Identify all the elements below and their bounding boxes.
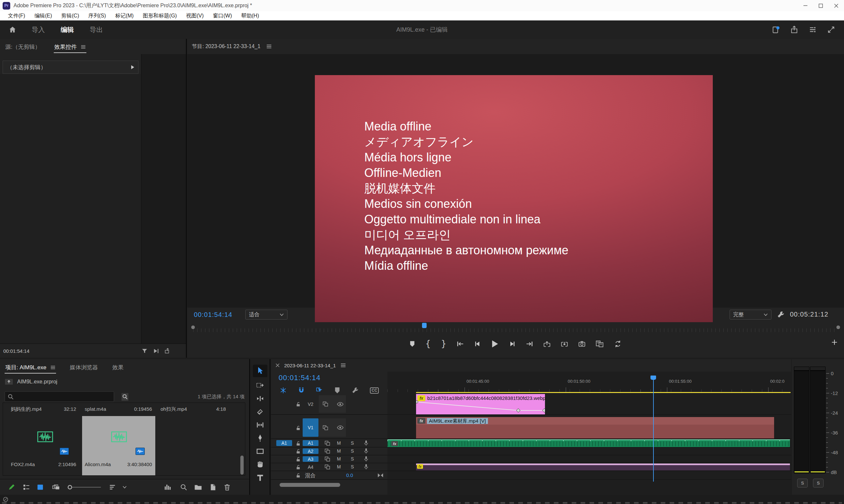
solo-right-button[interactable]: S xyxy=(813,479,824,488)
solo-left-button[interactable]: S xyxy=(797,479,808,488)
home-button[interactable] xyxy=(8,26,16,34)
track-header-A1[interactable]: A1A1MS xyxy=(271,439,387,447)
play-clip-icon[interactable] xyxy=(153,348,159,354)
no-clip-selected-row[interactable]: （未选择剪辑） xyxy=(3,60,138,74)
lock-icon[interactable] xyxy=(296,449,301,454)
voiceover-mic-icon[interactable] xyxy=(364,448,368,454)
menu-item-0[interactable]: 文件(F) xyxy=(3,11,30,20)
mute-button[interactable]: M xyxy=(337,448,341,454)
breadcrumb[interactable]: AIM9L.exe.prproj xyxy=(5,378,57,385)
track-target-V1[interactable]: V1 xyxy=(303,418,318,437)
sort-icon[interactable] xyxy=(109,484,116,491)
go-to-out-button[interactable] xyxy=(526,341,533,347)
track-target-A1[interactable]: A1 xyxy=(303,440,318,446)
menu-item-4[interactable]: 标记(M) xyxy=(110,11,138,20)
automate-to-sequence-icon[interactable] xyxy=(164,484,172,491)
lock-icon[interactable] xyxy=(296,465,301,470)
tab-media-browser[interactable]: 媒体浏览器 xyxy=(69,359,99,375)
workspace-tab-2[interactable]: 导出 xyxy=(90,25,103,34)
fullscreen-icon[interactable] xyxy=(827,25,836,34)
voiceover-mic-icon[interactable] xyxy=(364,464,368,470)
scrubber-right-knob[interactable] xyxy=(837,325,840,329)
slip-tool[interactable] xyxy=(256,421,264,429)
search-bin-icon[interactable] xyxy=(121,392,129,402)
voiceover-mic-icon[interactable] xyxy=(364,440,368,446)
workspace-tab-0[interactable]: 导入 xyxy=(32,25,45,34)
menu-item-6[interactable]: 视图(V) xyxy=(181,11,208,20)
zoom-level-dropdown[interactable]: 适合 xyxy=(245,310,288,320)
track-header-V1[interactable]: V1 xyxy=(271,417,387,439)
search-input[interactable] xyxy=(5,391,114,402)
filter-properties-icon[interactable] xyxy=(141,348,148,354)
go-to-in-button[interactable] xyxy=(457,341,464,347)
solo-button[interactable]: S xyxy=(351,456,354,462)
track-content-row[interactable] xyxy=(387,455,791,463)
menu-item-2[interactable]: 剪辑(C) xyxy=(57,11,84,20)
folder-up-icon[interactable] xyxy=(5,378,13,385)
lock-icon[interactable] xyxy=(296,473,301,478)
lift-button[interactable] xyxy=(543,341,551,347)
timeline-timecode[interactable]: 00:01:54:14 xyxy=(279,374,321,382)
find-icon[interactable] xyxy=(180,484,187,491)
track-target-A2[interactable]: A2 xyxy=(303,448,318,454)
clip-a4-audio[interactable]: fx xyxy=(416,464,790,470)
minimize-button[interactable] xyxy=(797,0,813,11)
track-target-A4[interactable]: A4 xyxy=(303,464,318,470)
panel-menu-icon[interactable] xyxy=(266,44,272,49)
writable-pencil-icon[interactable] xyxy=(8,484,15,491)
playback-resolution-dropdown[interactable]: 完整 xyxy=(729,310,772,320)
type-tool[interactable] xyxy=(256,474,264,482)
mute-button[interactable]: M xyxy=(337,464,341,469)
play-button[interactable] xyxy=(491,340,499,348)
snap-magnet-icon[interactable] xyxy=(298,387,305,394)
extract-button[interactable] xyxy=(561,341,568,347)
sort-chevron-icon[interactable] xyxy=(123,486,127,488)
export-frame-button[interactable] xyxy=(578,341,586,347)
tab-project[interactable]: 项目: AIM9L.exe xyxy=(5,359,56,375)
track-target-A3[interactable]: A3 xyxy=(303,456,318,462)
program-timecode[interactable]: 00:01:54:14 xyxy=(194,311,232,319)
new-bin-icon[interactable] xyxy=(194,484,202,491)
settings-swap-button[interactable] xyxy=(614,340,622,347)
toggle-track-output-eye-icon[interactable] xyxy=(337,402,344,407)
media-tile-FOX2.m4a[interactable]: FOX2.m4a2:10496 xyxy=(8,416,80,476)
sync-lock-icon[interactable] xyxy=(323,425,328,430)
pen-tool[interactable] xyxy=(257,434,264,442)
menu-item-3[interactable]: 序列(S) xyxy=(84,11,110,20)
timeline-horizontal-scrollbar[interactable] xyxy=(279,483,340,487)
workspaces-menu-icon[interactable] xyxy=(808,25,817,34)
mix-value[interactable]: 0.0 xyxy=(346,472,353,478)
track-header-A2[interactable]: A2MS xyxy=(271,448,387,455)
panel-menu-icon[interactable] xyxy=(81,45,86,49)
lock-icon[interactable] xyxy=(296,425,301,431)
sync-lock-icon[interactable] xyxy=(325,441,330,446)
menu-item-5[interactable]: 图形和标题(G) xyxy=(138,11,181,20)
panel-menu-icon[interactable] xyxy=(341,363,346,367)
step-forward-button[interactable] xyxy=(509,341,516,347)
track-select-tool[interactable] xyxy=(256,382,264,389)
track-header-A4[interactable]: A4MS xyxy=(271,464,387,471)
workspace-tab-1[interactable]: 编辑 xyxy=(61,25,74,34)
freeform-view-icon[interactable] xyxy=(52,484,60,491)
track-header-A3[interactable]: A3MS xyxy=(271,455,387,463)
program-scrubber[interactable] xyxy=(190,322,841,333)
selection-tool[interactable] xyxy=(253,365,268,377)
button-editor-plus[interactable] xyxy=(831,339,838,346)
close-tab-icon[interactable] xyxy=(276,363,279,367)
mute-button[interactable]: M xyxy=(337,440,341,446)
sync-lock-icon[interactable] xyxy=(325,449,330,454)
lock-icon[interactable] xyxy=(296,441,301,446)
toggle-track-output-eye-icon[interactable] xyxy=(337,425,344,430)
track-content-row[interactable] xyxy=(387,448,791,455)
solo-button[interactable]: S xyxy=(351,440,354,446)
comparison-view-button[interactable] xyxy=(596,340,604,347)
mute-button[interactable]: M xyxy=(337,456,341,462)
mark-in-button[interactable]: { xyxy=(425,340,431,348)
captions-icon[interactable]: CC xyxy=(370,388,379,394)
menu-item-7[interactable]: 窗口(W) xyxy=(208,11,237,20)
linked-selection-icon[interactable] xyxy=(316,387,323,394)
clip-a1-audio[interactable]: fx xyxy=(387,439,790,447)
hand-tool[interactable] xyxy=(256,461,264,468)
new-item-icon[interactable] xyxy=(210,484,216,491)
expand-triangle-icon[interactable] xyxy=(131,65,134,69)
